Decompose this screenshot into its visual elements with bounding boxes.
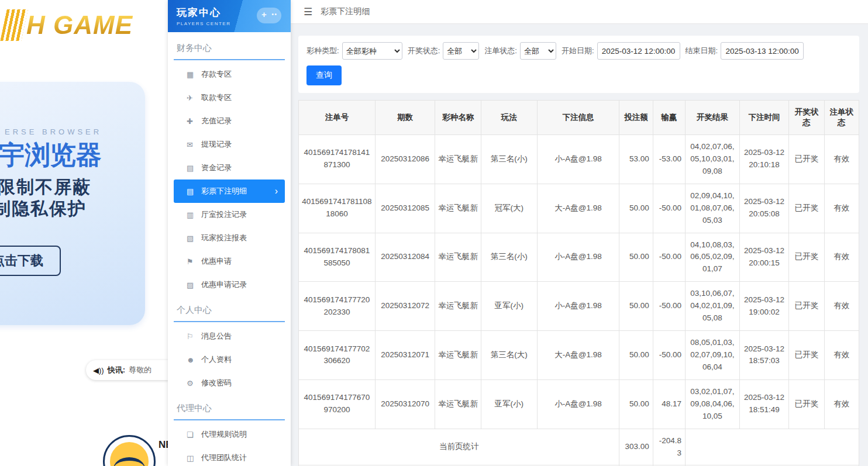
site-logo: H GAME (4, 9, 133, 41)
cell-order_no: 401569174178081585050 (299, 233, 376, 282)
team-icon: ◫ (187, 454, 201, 462)
sidebar-item-gear[interactable]: ⚙修改密码 (174, 371, 285, 395)
cell-bet_info: 小-A盘@1.98 (537, 135, 619, 184)
sidebar-item-label: 优惠申请 (201, 256, 232, 267)
withdraw-icon: ✈ (187, 94, 201, 102)
cell-order_status: 有效 (824, 233, 859, 282)
sidebar-item-bell[interactable]: ⚐消息公告 (174, 325, 285, 348)
sidebar-item-funds[interactable]: ▤资金记录 (174, 156, 285, 180)
cell-amount: 50.00 (619, 379, 653, 429)
cell-draw_status: 已开奖 (789, 135, 824, 184)
column-header: 注单号 (299, 101, 376, 135)
cell-bet_info: 小-A盘@1.98 (537, 282, 619, 331)
column-header: 玩法 (481, 101, 537, 135)
cell-time: 2025-03-12 18:57:03 (739, 331, 789, 380)
menu-icon[interactable]: ☰ (304, 6, 312, 18)
sidebar-item-label: 修改密码 (201, 378, 232, 388)
sidebar-item-team[interactable]: ◫代理团队统计 (174, 446, 285, 466)
sidebar-section-heading: 个人中心 (174, 301, 285, 322)
filter-row: 彩种类型: 全部彩种 开奖状态: 全部 注单状态: 全部 开始日期: 结束日期: (306, 42, 851, 60)
column-header: 开奖结果 (686, 101, 740, 135)
cell-result: 04,10,08,03,06,05,02,09,01,07 (686, 233, 740, 282)
sidebar-item-label: 提现记录 (201, 139, 232, 150)
filter-panel: 彩种类型: 全部彩种 开奖状态: 全部 注单状态: 全部 开始日期: 结束日期:… (298, 36, 859, 93)
sidebar-item-recharge[interactable]: ✚充值记录 (174, 109, 285, 133)
cell-winloss: -50.00 (653, 282, 685, 331)
bet-table-body: 40156917417814187130020250312086幸运飞艇新第三名… (299, 135, 859, 466)
sidebar-item-label: 取款专区 (201, 92, 232, 103)
cell-amount: 53.00 (619, 135, 653, 184)
sidebar-item-deposit[interactable]: ▦存款专区 (174, 63, 285, 86)
summary-winloss-total: -204.83 (653, 429, 685, 465)
cell-order_status: 有效 (824, 331, 859, 380)
bet-table-card: 注单号期数彩种名称玩法下注信息投注额输赢开奖结果下注时间开奖状态注单状态 401… (298, 100, 859, 466)
promo-icon: ⚑ (187, 257, 201, 266)
end-date-label: 结束日期: (686, 46, 718, 56)
cell-result: 03,10,06,07,04,02,01,09,05,08 (686, 282, 740, 331)
team-logo-inner (110, 442, 149, 466)
cell-time: 2025-03-12 20:10:18 (739, 135, 789, 184)
cell-order_status: 有效 (824, 282, 859, 331)
cell-play: 第三名(小) (481, 135, 537, 184)
sidebar-item-hall[interactable]: ▥厅室投注记录 (174, 203, 285, 226)
summary-bet-total: 303.00 (619, 429, 653, 465)
download-button[interactable]: 点击下载 (0, 246, 61, 276)
background-page: H GAME ERSE BROWSER 宇浏览器 限制不屏蔽 制隐私保护 点击下… (0, 0, 168, 466)
cell-order_no: 401569174177720202330 (299, 282, 376, 331)
table-row: 40156917417814187130020250312086幸运飞艇新第三名… (299, 135, 859, 184)
draw-status-label: 开奖状态: (408, 46, 440, 56)
user-icon: ☻ (187, 355, 201, 364)
sidebar-item-label: 彩票下注明细 (201, 186, 247, 196)
query-button[interactable]: 查询 (306, 65, 342, 85)
cell-play: 第三名(大) (481, 331, 537, 380)
cell-period: 20250312084 (375, 233, 435, 282)
chevron-right-icon: › (275, 186, 278, 196)
cell-bet_info: 小-A盘@1.98 (537, 233, 619, 282)
cell-time: 2025-03-12 20:00:15 (739, 233, 789, 282)
doc-icon: ❏ (187, 430, 201, 439)
draw-status-select[interactable]: 全部 (443, 42, 479, 60)
column-header: 输赢 (653, 101, 685, 135)
sidebar-item-withdraw[interactable]: ✈取款专区 (174, 86, 285, 109)
screen: H GAME ERSE BROWSER 宇浏览器 限制不屏蔽 制隐私保护 点击下… (0, 0, 868, 466)
sidebar-body: 财务中心▦存款专区✈取款专区✚充值记录✉提现记录▤资金记录▤彩票下注明细›▥厅室… (168, 32, 291, 466)
cell-period: 20250312070 (375, 379, 435, 429)
lottery-type-label: 彩种类型: (306, 46, 339, 56)
cell-winloss: 48.17 (653, 379, 685, 429)
cell-bet_info: 小-A盘@1.98 (537, 379, 619, 429)
cell-order_status: 有效 (824, 379, 859, 429)
order-status-select[interactable]: 全部 (520, 42, 556, 60)
end-date-input[interactable] (721, 42, 804, 60)
sidebar-item-promo[interactable]: ⚑优惠申请 (174, 250, 285, 273)
cell-draw_status: 已开奖 (789, 233, 824, 282)
sidebar-item-promo-record[interactable]: ▨优惠申请记录 (174, 273, 285, 296)
gear-icon: ⚙ (187, 379, 201, 388)
sidebar-item-label: 存款专区 (201, 69, 232, 80)
sidebar-item-user[interactable]: ☻个人资料 (174, 348, 285, 371)
sidebar-item-label: 资金记录 (201, 163, 232, 173)
sidebar-item-lottery[interactable]: ▤彩票下注明细› (174, 180, 285, 203)
cell-amount: 50.00 (619, 184, 653, 233)
sidebar-item-label: 充值记录 (201, 116, 232, 126)
summary-label: 当前页统计 (299, 429, 619, 465)
start-date-input[interactable] (597, 42, 680, 60)
sidebar-item-report[interactable]: ▧玩家投注报表 (174, 226, 285, 250)
cell-draw_status: 已开奖 (789, 379, 824, 429)
column-header: 开奖状态 (789, 101, 824, 135)
table-row: 40156917417767097020020250312070幸运飞艇新亚军(… (299, 379, 859, 429)
cell-play: 冠军(大) (481, 184, 537, 233)
cell-order_status: 有效 (824, 135, 859, 184)
team-name-text: NE (159, 439, 168, 451)
cell-order_no: 401569174177670970200 (299, 379, 376, 429)
sidebar-item-cashout[interactable]: ✉提现记录 (174, 133, 285, 156)
cell-period: 20250312086 (375, 135, 435, 184)
logo-text: H GAME (26, 11, 133, 40)
cell-draw_status: 已开奖 (789, 184, 824, 233)
sidebar-item-doc[interactable]: ❏代理规则说明 (174, 423, 285, 446)
cell-bet_info: 大-A盘@1.98 (537, 331, 619, 380)
cell-lottery: 幸运飞艇新 (435, 233, 481, 282)
column-header: 彩种名称 (435, 101, 481, 135)
news-marquee[interactable]: ◀)) 快讯: 尊敬的 (86, 360, 168, 380)
lottery-type-select[interactable]: 全部彩种 (342, 42, 402, 60)
cell-order_no: 401569174178141871300 (299, 135, 376, 184)
